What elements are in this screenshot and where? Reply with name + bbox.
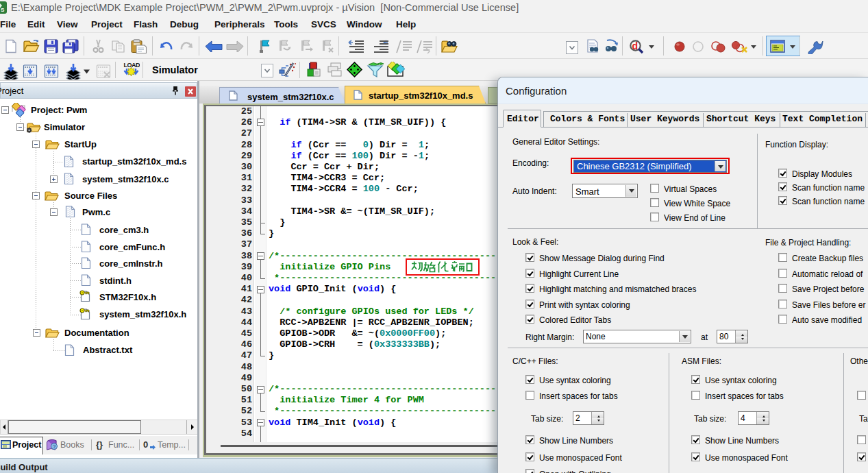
svg-text:S: S <box>1 7 5 13</box>
svg-text:LOAD: LOAD <box>124 62 140 69</box>
svg-text:d: d <box>632 40 638 51</box>
svg-text:?: ? <box>53 444 56 450</box>
